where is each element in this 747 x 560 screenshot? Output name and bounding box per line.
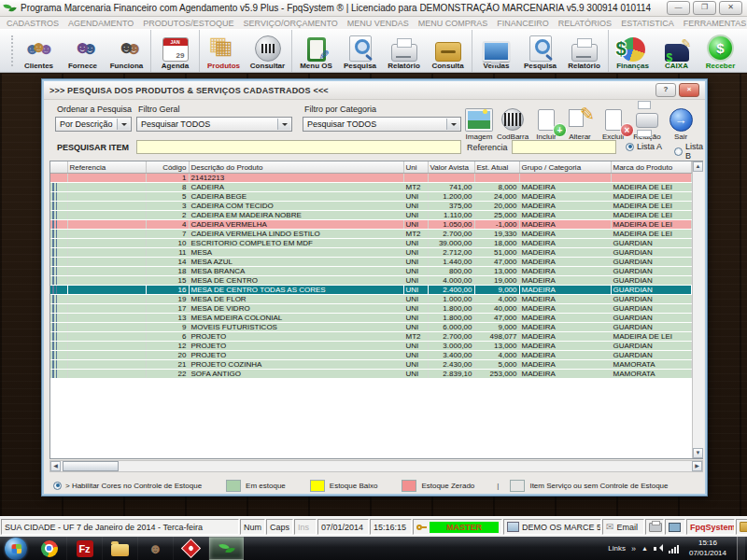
table-row[interactable]: 121412213 (50, 174, 691, 183)
table-row[interactable]: 11MESAUNI2.712,0051,000MADEIRAGUARDIAN (50, 248, 691, 258)
volume-icon[interactable] (654, 544, 663, 553)
show-desktop-button[interactable] (737, 537, 745, 560)
chevron-down-icon[interactable] (117, 119, 130, 130)
column-header[interactable] (50, 161, 67, 174)
table-row[interactable]: 8CADEIRAMT2741,008,000MADEIRAMADEIRA DE … (50, 183, 691, 192)
taskbar-explorer-button[interactable] (103, 537, 138, 560)
list-a-radio[interactable]: Lista A (626, 142, 662, 151)
toolbar-funciona-button[interactable]: Funciona (105, 31, 148, 71)
table-row[interactable]: 22SOFA ANTIGOUNI2.839,10253,000MADEIRAMA… (50, 370, 691, 379)
table-row[interactable]: 15MESA DE CENTROUNI4.000,0019,000MADEIRA… (50, 276, 691, 286)
toolbar-consultar-button[interactable]: Consultar (246, 31, 289, 71)
imagem-button[interactable]: Imagem (462, 102, 496, 141)
column-header[interactable]: Referencia (67, 161, 146, 174)
menu-relat-rios[interactable]: RELATÓRIOS (554, 19, 616, 28)
codbarra-button[interactable]: CodBarra (496, 102, 529, 141)
menu-menu-compras[interactable]: MENU COMPRAS (414, 19, 493, 28)
scroll-down-icon[interactable]: ▼ (693, 448, 703, 458)
vertical-scrollbar[interactable]: ▲ ▼ (692, 161, 704, 458)
toolbar-caixa-button[interactable]: CAIXA (655, 31, 698, 71)
links-chevron-icon[interactable]: » (631, 544, 636, 553)
table-row[interactable]: 5CADEIRA BEGEUNI1.200,0024,000MADEIRAMAD… (50, 192, 691, 202)
menu-estatistica[interactable]: ESTATISTICA (616, 19, 679, 28)
menu-produtos-estoque[interactable]: PRODUTOS/ESTOQUE (138, 19, 238, 28)
toolbar-pesquisa-vendas-button[interactable]: Pesquisa (518, 31, 562, 71)
tray-expand-icon[interactable]: ▲ (641, 545, 648, 552)
chevron-down-icon[interactable] (277, 119, 290, 130)
excluir-button[interactable]: Excluir (597, 102, 630, 141)
incluir-button[interactable]: Incluir (529, 102, 563, 141)
start-button[interactable] (5, 538, 27, 560)
taskbar-filezilla-button[interactable]: Fz (67, 537, 103, 560)
toolbar-vendas-button[interactable]: Vendas (474, 31, 518, 71)
toolbar-financas-button[interactable]: Finanças (611, 31, 655, 71)
taskbar-irfanview-button[interactable] (174, 537, 209, 560)
scrollbar-thumb[interactable] (63, 461, 119, 471)
taskbar-clock[interactable]: 15:16 07/01/2014 (684, 539, 731, 558)
dialog-help-button[interactable]: ? (655, 83, 676, 97)
menu-agendamento[interactable]: AGENDAMENTO (63, 19, 138, 28)
toolbar-clientes-button[interactable]: Clientes (17, 31, 61, 71)
toolbar-receber-button[interactable]: Receber (698, 31, 742, 71)
column-header[interactable]: Uni (403, 161, 428, 174)
alterar-button[interactable]: Alterar (563, 102, 597, 141)
scroll-left-icon[interactable]: ◀ (50, 461, 61, 471)
enable-colors-toggle[interactable]: > Habilitar Cores no Controle de Estoque (53, 482, 202, 490)
category-filter-combobox[interactable]: Pesquisar TODOS (303, 117, 461, 132)
menu-ferramentas[interactable]: FERRAMENTAS (679, 19, 747, 28)
table-row[interactable]: 19MESA DE FLORUNI1.000,004,000MADEIRAGUA… (50, 295, 691, 304)
toolbar-relatorio-vendas-button[interactable]: Relatório (562, 31, 606, 71)
toolbar-fornece-button[interactable]: Fornece (61, 31, 105, 71)
table-row[interactable]: 6PROJETOMT22.700,00498,077MADEIRAMADEIRA… (50, 332, 691, 342)
dialog-close-button[interactable]: × (679, 83, 699, 97)
table-row[interactable]: 12PROJETOUNI3.000,0013,000MADEIRAGUARDIA… (50, 342, 691, 351)
table-row[interactable]: 18MESA BRANCAUNI800,0013,000MADEIRAGUARD… (50, 267, 691, 276)
scroll-up-icon[interactable]: ▲ (693, 161, 703, 172)
table-row[interactable]: 21PROJETO COZINHAUNI2.430,005,000MADEIRA… (50, 360, 691, 370)
restore-window-button[interactable]: ❐ (693, 1, 716, 15)
network-signal-icon[interactable] (669, 544, 679, 553)
table-row[interactable]: 20PROJETOUNI3.400,004,000MADEIRAGUARDIAN (50, 351, 691, 360)
column-header[interactable]: Marca do Produto (611, 161, 691, 174)
horizontal-scrollbar[interactable]: ◀ ▶ (49, 460, 703, 472)
search-item-input[interactable] (136, 140, 461, 154)
taskbar-fpqsystem-button[interactable] (209, 537, 244, 560)
menu-servi-o-or-amento[interactable]: SERVIÇO/ORÇAMENTO (239, 19, 343, 28)
menu-financeiro[interactable]: FINANCEIRO (492, 19, 554, 28)
list-b-radio[interactable]: Lista B (674, 142, 705, 161)
table-row[interactable]: 7CADEIRA VERMELHA LINDO ESTILOMT22.700,0… (50, 230, 691, 239)
table-row[interactable]: 3CADEIRA COM TECIDOUNI375,0020,000MADEIR… (50, 202, 691, 211)
toolbar-relatorio-os-button[interactable]: Relatório (382, 31, 426, 71)
table-row[interactable]: 9MOVEIS FUTURISTICOSUNI6.000,009,000MADE… (50, 323, 691, 332)
relacao-button[interactable]: Relação (630, 102, 664, 141)
column-header[interactable]: Valor Avista (428, 161, 474, 174)
table-row[interactable]: 4CADEIRA VERMELHAUNI1.050,00-1,000MADEIR… (50, 220, 691, 230)
scroll-right-icon[interactable]: ▶ (692, 461, 702, 471)
reference-input[interactable] (512, 140, 616, 154)
toolbar-produtos-button[interactable]: Produtos (202, 31, 246, 71)
links-label[interactable]: Links (608, 544, 626, 553)
close-window-button[interactable]: ✕ (719, 1, 742, 15)
menu-menu-vendas[interactable]: MENU VENDAS (343, 19, 414, 28)
column-header[interactable]: Est. Atual (474, 161, 519, 174)
toolbar-agenda-button[interactable]: Agenda (153, 31, 197, 71)
dialog-titlebar[interactable]: >>> PESQUISA DOS PRODUTOS & SERVIÇOS CAD… (44, 81, 705, 100)
taskbar-chrome-button[interactable] (32, 537, 67, 560)
taskbar-user-app-button[interactable]: ☻ (138, 537, 174, 560)
chevron-down-icon[interactable] (446, 119, 459, 130)
column-header[interactable]: Grupo / Categoria (519, 161, 611, 174)
toolbar-menu-os-button[interactable]: Menu OS (294, 31, 338, 71)
table-row[interactable]: 13MESA MDEIRA COLONIALUNI1.800,0047,000M… (50, 314, 691, 323)
table-row[interactable]: 17MESA DE VIDROUNI1.800,0040,000MADEIRAG… (50, 304, 691, 314)
minimize-window-button[interactable]: — (667, 1, 690, 15)
table-row[interactable]: 14MESA AZULUNI1.440,0047,000MADEIRAGUARD… (50, 258, 691, 267)
table-row[interactable]: 2CADEIRA EM MADEIRA NOBREUNI1.110,0025,0… (50, 211, 691, 220)
sair-button[interactable]: Sair (664, 102, 698, 141)
menu-cadastros[interactable]: CADASTROS (2, 19, 63, 28)
column-header[interactable]: Código (146, 161, 189, 174)
column-header[interactable]: Descrição do Produto (189, 161, 403, 174)
table-row[interactable]: 16MESA DE CENTRO TODAS AS CORESUNI2.400,… (50, 286, 691, 295)
toolbar-consulta-os-button[interactable]: Consulta (426, 31, 470, 71)
sort-filter-combobox[interactable]: Por Descrição (55, 117, 132, 132)
toolbar-pesquisa-os-button[interactable]: Pesquisa (338, 31, 382, 71)
